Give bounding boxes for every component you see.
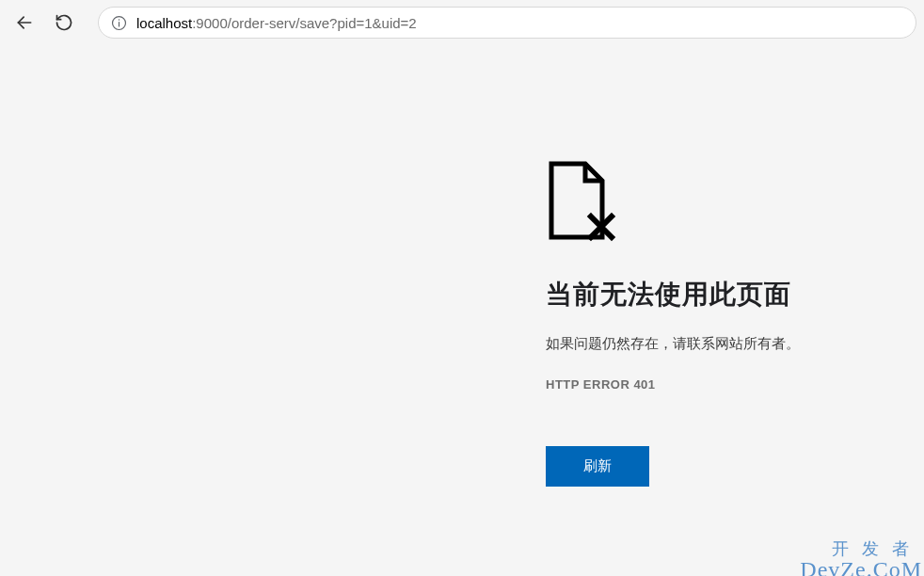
url-host: localhost [136,15,192,31]
url-text: localhost:9000/order-serv/save?pid=1&uid… [136,15,417,31]
reload-nav-button[interactable] [47,6,81,40]
error-title: 当前无法使用此页面 [546,277,884,312]
arrow-left-icon [15,13,34,32]
watermark-line2: DevZe.CoM [800,558,922,576]
error-content: 当前无法使用此页面 如果问题仍然存在，请联系网站所有者。 HTTP ERROR … [546,160,884,487]
reload-icon [55,13,73,32]
back-button[interactable] [8,6,41,40]
file-error-icon [546,160,884,247]
watermark: 开发者 DevZe.CoM [800,540,922,576]
info-icon[interactable] [110,14,127,31]
url-rest: :9000/order-serv/save?pid=1&uid=2 [192,15,417,31]
error-code: HTTP ERROR 401 [546,377,884,392]
reload-button[interactable]: 刷新 [546,446,649,487]
watermark-line1: 开发者 [800,540,922,558]
browser-toolbar: localhost:9000/order-serv/save?pid=1&uid… [0,0,924,45]
address-bar[interactable]: localhost:9000/order-serv/save?pid=1&uid… [98,7,916,39]
error-message: 如果问题仍然存在，请联系网站所有者。 [546,335,884,353]
svg-point-3 [118,19,119,21]
